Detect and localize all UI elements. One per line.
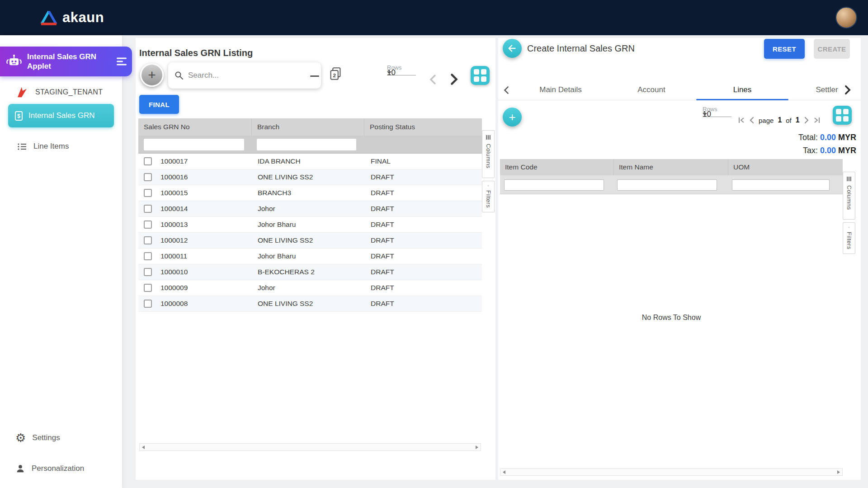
column-header-item-name[interactable]: Item Name xyxy=(614,159,728,175)
listing-panel: Internal Sales GRN Listing + 2 Rows 10 xyxy=(136,38,495,480)
logo-triangle-icon xyxy=(40,10,58,25)
cell-sales-grn-no: 1000009 xyxy=(160,284,188,292)
sidebar-item-settings[interactable]: ⚙ Settings xyxy=(15,432,60,444)
tab-main-details[interactable]: Main Details xyxy=(539,85,582,94)
plus-icon: + xyxy=(148,68,156,82)
table-row[interactable]: 1000011Johor BharuDRAFT xyxy=(138,249,482,264)
sidebar-item-line-items[interactable]: Line Items xyxy=(17,142,69,151)
first-page-icon[interactable] xyxy=(738,117,745,124)
search-input[interactable] xyxy=(188,71,310,80)
grid-view-button[interactable] xyxy=(471,66,490,85)
tab-settlement[interactable]: Settler xyxy=(816,85,838,94)
app-logo[interactable]: akaun xyxy=(40,9,104,26)
column-header-branch[interactable]: Branch xyxy=(252,118,364,136)
scroll-left-icon[interactable] xyxy=(500,469,508,475)
applet-title: Internal Sales GRN Applet xyxy=(27,52,103,71)
column-header-posting-status[interactable]: Posting Status xyxy=(364,118,482,136)
page: akaun Internal Sales GRN Applet xyxy=(0,0,868,488)
sidebar-item-label: Settings xyxy=(32,433,60,442)
filter-input-branch[interactable] xyxy=(257,139,356,150)
tab-lines[interactable]: Lines xyxy=(733,85,752,94)
table-row[interactable]: 1000010B-EKOCHERAS 2DRAFT xyxy=(138,264,482,280)
row-checkbox[interactable] xyxy=(144,300,152,308)
add-line-button[interactable]: + xyxy=(503,108,522,127)
cell-sales-grn-no: 1000013 xyxy=(160,221,188,229)
columns-side-tab[interactable]: Columns xyxy=(843,172,855,220)
funnel-icon xyxy=(486,185,491,187)
table-row[interactable]: 1000015BRANCH3DRAFT xyxy=(138,185,482,201)
rows-per-page-select[interactable]: 10 xyxy=(703,114,731,117)
cell-branch: Johor Bharu xyxy=(258,221,296,229)
robot-icon xyxy=(5,54,23,69)
rows-per-page-select[interactable]: 10 xyxy=(387,73,416,75)
filter-input-item-code[interactable] xyxy=(504,179,604,191)
scroll-right-icon[interactable] xyxy=(835,469,842,475)
sidebar-item-label: Internal Sales GRN xyxy=(28,111,94,120)
filters-side-tab[interactable]: Filters xyxy=(843,222,855,254)
row-checkbox[interactable] xyxy=(144,236,152,244)
row-checkbox[interactable] xyxy=(144,268,152,276)
filter-input-uom[interactable] xyxy=(732,179,830,191)
tab-account[interactable]: Account xyxy=(637,85,665,94)
column-header-sales-grn-no[interactable]: Sales GRN No xyxy=(138,118,252,136)
table-row[interactable]: 1000014JohorDRAFT xyxy=(138,201,482,217)
row-checkbox[interactable] xyxy=(144,205,152,213)
scrollbar-track[interactable] xyxy=(147,444,473,450)
final-filter-button[interactable]: FINAL xyxy=(139,95,179,114)
table-row[interactable]: 1000009JohorDRAFT xyxy=(138,280,482,296)
row-checkbox[interactable] xyxy=(144,157,152,165)
table-header: Item Code Item Name UOM xyxy=(500,159,843,175)
of-word: of xyxy=(786,117,792,124)
tenant-label: STAGING_TENANT xyxy=(35,88,103,96)
back-button[interactable] xyxy=(503,39,522,58)
table-row[interactable]: 1000008ONE LIVING SS2DRAFT xyxy=(138,296,482,312)
tenant-row[interactable]: STAGING_TENANT xyxy=(15,83,103,101)
scrollbar-track[interactable] xyxy=(508,469,835,475)
table-row[interactable]: 1000012ONE LIVING SS2DRAFT xyxy=(138,233,482,249)
reset-button[interactable]: RESET xyxy=(764,39,805,59)
filter-input-item-name[interactable] xyxy=(617,179,717,191)
lines-rows-per-page: Rows 10 xyxy=(703,106,731,117)
sidebar-collapse-icon[interactable] xyxy=(117,58,127,66)
row-checkbox[interactable] xyxy=(144,173,152,181)
prev-page-icon[interactable] xyxy=(429,74,436,85)
table-row[interactable]: 1000013Johor BharuDRAFT xyxy=(138,217,482,233)
tabs-scroll-right-icon[interactable] xyxy=(844,85,851,95)
total-currency: MYR xyxy=(838,133,856,142)
next-page-icon[interactable] xyxy=(450,73,458,85)
caret-down-icon xyxy=(703,113,707,116)
filters-side-tab[interactable]: Filters xyxy=(482,181,495,212)
svg-text:$: $ xyxy=(17,113,20,119)
row-checkbox[interactable] xyxy=(144,252,152,260)
columns-side-tab[interactable]: Columns xyxy=(482,130,495,178)
filter-input-sales-grn-no[interactable] xyxy=(144,139,244,150)
prev-page-icon[interactable] xyxy=(749,117,755,124)
scroll-left-icon[interactable] xyxy=(140,444,147,450)
avatar[interactable] xyxy=(835,7,857,28)
grid-view-button[interactable] xyxy=(833,106,852,125)
cell-posting-status: DRAFT xyxy=(371,268,394,276)
sidebar-item-personalization[interactable]: Personalization xyxy=(15,464,84,474)
cell-posting-status: DRAFT xyxy=(371,221,394,229)
row-checkbox[interactable] xyxy=(144,221,152,229)
tabs-scroll-left-icon[interactable] xyxy=(504,86,509,94)
row-checkbox[interactable] xyxy=(144,284,152,292)
cell-branch: ONE LIVING SS2 xyxy=(258,173,313,181)
column-header-uom[interactable]: UOM xyxy=(728,159,843,175)
row-checkbox[interactable] xyxy=(144,189,152,197)
table-row[interactable]: 1000016ONE LIVING SS2DRAFT xyxy=(138,169,482,185)
sidebar: Internal Sales GRN Applet STAGING_TENANT… xyxy=(0,35,122,488)
last-page-icon[interactable] xyxy=(813,117,821,124)
search-icon xyxy=(175,71,184,80)
scroll-right-icon[interactable] xyxy=(473,444,481,450)
create-button[interactable]: CREATE xyxy=(814,39,850,59)
column-header-item-code[interactable]: Item Code xyxy=(500,159,614,175)
sidebar-item-internal-sales-grn[interactable]: $ Internal Sales GRN xyxy=(8,104,114,127)
cell-posting-status: DRAFT xyxy=(371,205,394,213)
add-grn-button[interactable]: + xyxy=(140,63,164,87)
next-page-icon[interactable] xyxy=(804,117,809,124)
duplicate-pages-icon[interactable]: 2 xyxy=(329,67,342,80)
table-row[interactable]: 1000017IDA BRANCHFINAL xyxy=(138,154,482,169)
tax-label: Tax: xyxy=(803,146,818,155)
filter-row xyxy=(138,136,482,154)
